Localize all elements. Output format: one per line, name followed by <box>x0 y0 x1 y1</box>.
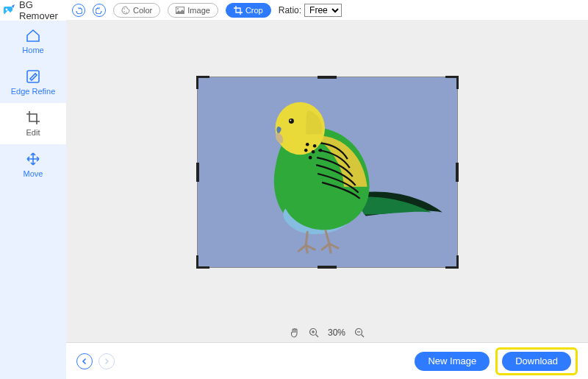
crop-handle-left[interactable] <box>196 163 199 182</box>
prev-button[interactable] <box>76 353 93 369</box>
sidebar-label-edge-refine: Edge Refine <box>11 87 56 96</box>
chevron-left-icon <box>81 358 88 365</box>
edge-refine-icon <box>26 69 40 84</box>
zoom-bar: 30% <box>66 323 588 342</box>
pan-hand-button[interactable] <box>290 327 300 338</box>
svg-point-14 <box>308 155 312 159</box>
sidebar-item-move[interactable]: Move <box>0 144 66 185</box>
ratio-control: Ratio: Free <box>279 4 342 17</box>
zoom-out-icon <box>354 327 365 338</box>
app-title: BG Remover <box>19 0 66 21</box>
crop-tool-icon <box>234 6 243 15</box>
svg-line-22 <box>362 335 365 338</box>
color-label: Color <box>133 6 152 15</box>
ratio-label: Ratio: <box>279 5 301 15</box>
svg-point-15 <box>288 118 293 124</box>
svg-point-9 <box>305 143 309 146</box>
svg-point-10 <box>312 144 316 147</box>
svg-point-3 <box>123 8 125 10</box>
app-logo-row: BG Remover <box>0 0 66 21</box>
zoom-out-button[interactable] <box>354 327 365 338</box>
main: Color Image Crop Ratio: Free <box>66 0 588 379</box>
svg-point-7 <box>177 8 179 10</box>
image-icon <box>176 7 184 14</box>
undo-icon <box>75 7 82 14</box>
sidebar-label-move: Move <box>24 169 43 178</box>
canvas-area <box>66 21 588 323</box>
crop-handle-top[interactable] <box>318 76 337 79</box>
hand-icon <box>290 327 300 338</box>
sidebar-items: Home Edge Refine Edit Move <box>0 21 66 185</box>
zoom-in-icon <box>309 327 319 338</box>
image-button[interactable]: Image <box>168 3 218 18</box>
sidebar-item-home[interactable]: Home <box>0 21 66 62</box>
svg-point-16 <box>290 119 291 121</box>
app-logo-icon <box>3 4 16 16</box>
ratio-select[interactable]: Free <box>304 4 342 17</box>
zoom-value: 30% <box>328 327 345 338</box>
crop-handle-bottom[interactable] <box>318 266 337 269</box>
svg-point-1 <box>6 9 8 11</box>
image-label: Image <box>187 6 210 15</box>
crop-handle-bottom-right[interactable] <box>445 255 459 269</box>
svg-line-18 <box>315 335 318 338</box>
new-image-label: New Image <box>428 355 476 366</box>
app-root: BG Remover Home Edge Refine Edit Move <box>0 0 588 379</box>
svg-point-13 <box>318 148 322 152</box>
sidebar-label-home: Home <box>22 46 43 54</box>
crop-icon <box>26 110 40 125</box>
crop-handle-top-left[interactable] <box>196 76 209 89</box>
toolbar: Color Image Crop Ratio: Free <box>66 0 588 21</box>
crop-handle-right[interactable] <box>456 163 459 182</box>
download-button[interactable]: Download <box>502 352 571 371</box>
image-subject-bird <box>198 77 457 267</box>
move-icon <box>26 152 40 166</box>
crop-label: Crop <box>245 6 263 15</box>
color-button[interactable]: Color <box>113 3 160 18</box>
redo-icon <box>96 7 103 14</box>
download-label: Download <box>515 355 558 366</box>
palette-icon <box>121 6 130 15</box>
undo-button[interactable] <box>72 4 85 17</box>
crop-canvas[interactable] <box>197 77 458 268</box>
zoom-in-button[interactable] <box>309 327 319 338</box>
home-icon <box>25 28 41 43</box>
footer: New Image Download <box>66 342 588 379</box>
chevron-right-icon <box>103 358 110 365</box>
redo-button[interactable] <box>93 4 106 17</box>
sidebar-item-edge-refine[interactable]: Edge Refine <box>0 62 66 103</box>
sidebar: BG Remover Home Edge Refine Edit Move <box>0 0 66 379</box>
crop-handle-bottom-left[interactable] <box>196 255 209 269</box>
svg-point-5 <box>126 12 127 13</box>
svg-point-12 <box>311 149 315 153</box>
download-highlight: Download <box>495 347 578 375</box>
next-button[interactable] <box>98 353 115 369</box>
sidebar-item-edit[interactable]: Edit <box>0 103 66 144</box>
new-image-button[interactable]: New Image <box>415 352 490 371</box>
sidebar-label-edit: Edit <box>26 128 40 137</box>
svg-point-11 <box>304 148 307 152</box>
svg-point-4 <box>123 11 125 13</box>
crop-handle-top-right[interactable] <box>445 76 459 89</box>
crop-button[interactable]: Crop <box>226 3 271 18</box>
